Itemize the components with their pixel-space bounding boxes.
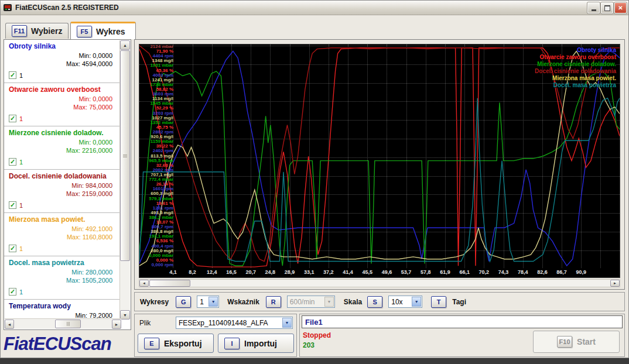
parameter-check-row: ✓1 xyxy=(9,201,23,209)
wykresy-key-badge: G xyxy=(176,296,191,308)
chart-hscrollbar[interactable]: ◄ ► xyxy=(139,279,620,287)
series-line-docel-masa-powietrza xyxy=(139,98,620,262)
tab-wykres[interactable]: F5 Wykres xyxy=(70,22,136,39)
parameter-vscrollbar[interactable]: ▲ ▼ xyxy=(119,40,130,320)
parameter-channel: 1 xyxy=(19,245,23,252)
app-window: FiatECUScan 2.5 REGISTERED ✕ F11 Wybierz… xyxy=(0,0,629,358)
title-bar: FiatECUScan 2.5 REGISTERED ✕ xyxy=(1,1,628,15)
thumb-grip xyxy=(67,322,70,326)
current-file-name: File1 xyxy=(305,318,323,327)
tagi-key-badge: T xyxy=(431,296,446,308)
tab-wybierz-label: Wybierz xyxy=(31,26,62,36)
import-key-badge: I xyxy=(224,338,240,349)
screen-edge xyxy=(0,358,629,364)
chevron-down-icon[interactable]: ▼ xyxy=(282,318,292,328)
parameter-min: Min: 0,0000 xyxy=(73,95,112,103)
restore-icon xyxy=(604,5,610,11)
parameter-hscrollbar[interactable]: ◄ ► xyxy=(5,318,121,329)
skala-select[interactable]: 10x ▼ xyxy=(388,296,422,308)
parameter-item: Temperatura wodyMin: 79,2000Max: 85,0000… xyxy=(4,300,121,320)
wskaznik-select: 600/min ▼ xyxy=(287,296,335,308)
parameter-min: Min: 0,0000 xyxy=(66,51,112,60)
chevron-down-icon[interactable]: ▼ xyxy=(208,297,218,307)
tab-wybierz-key-badge: F11 xyxy=(12,25,27,37)
parameter-item: Docel. masa powietrzaMin: 280,0000Max: 1… xyxy=(4,256,121,300)
parameter-checkbox[interactable]: ✓ xyxy=(9,115,16,122)
parameter-max: Max: 75,0000 xyxy=(73,103,112,111)
parameter-name: Mierzone cisnienie doladow. xyxy=(9,129,117,137)
parameter-item: Docel. cisnienie doladowaniaMin: 984,000… xyxy=(4,170,121,213)
chart-scroll-left-button[interactable]: ◄ xyxy=(139,280,149,287)
legend-entry: Obroty silnika xyxy=(535,47,616,54)
minimize-icon xyxy=(592,9,596,11)
minimize-button[interactable] xyxy=(587,2,600,13)
legend-entry: Otwarcie zaworu overboost xyxy=(535,54,616,61)
parameter-name: Docel. masa powietrza xyxy=(9,259,117,267)
chart-controls-bar: Wykresy G 1 ▼ Wskaźnik R 600/min ▼ Skala… xyxy=(134,292,625,311)
scroll-left-button[interactable]: ◄ xyxy=(5,320,14,329)
x-axis-label: 70,2 xyxy=(479,269,490,275)
legend-entry: Mierzone cisnienie doladow. xyxy=(535,61,616,68)
x-axis-label: 78,4 xyxy=(518,269,528,275)
x-axis-label: 41,4 xyxy=(343,269,353,275)
wykresy-select[interactable]: 1 ▼ xyxy=(197,296,219,308)
parameter-checkbox[interactable]: ✓ xyxy=(9,158,16,166)
x-axis-label: 4,1 xyxy=(169,269,177,275)
chart-plot: 2124 mbar71,90 %4404 rpm1348 mg/l1931 mb… xyxy=(139,44,620,268)
parameter-channel: 1 xyxy=(19,72,23,79)
wskaznik-key-badge: R xyxy=(266,296,281,308)
tab-wykres-label: Wykres xyxy=(96,27,125,36)
hscroll-thumb[interactable] xyxy=(55,320,81,328)
scroll-up-button[interactable]: ▲ xyxy=(120,40,130,50)
export-key-badge: E xyxy=(144,338,159,349)
x-axis-label: 8,2 xyxy=(189,269,196,275)
chart-hscroll-thumb[interactable] xyxy=(149,280,190,287)
parameter-item: Mierzona masa powiet.Min: 492,1000Max: 1… xyxy=(4,213,121,256)
restore-button[interactable] xyxy=(601,2,613,13)
parameter-checkbox[interactable]: ✓ xyxy=(9,245,16,252)
parameter-minmax: Min: 0,0000Max: 2216,0000 xyxy=(66,138,112,154)
wskaznik-select-value: 600/min xyxy=(290,298,315,306)
chart-scroll-right-button[interactable]: ► xyxy=(610,280,620,287)
parameter-minmax: Min: 0,0000Max: 4594,0000 xyxy=(66,51,112,68)
parameter-check-row: ✓1 xyxy=(9,115,23,122)
file-group: Plik FESExp_1104091448_ALFA ▼ E Eksportu… xyxy=(134,314,297,357)
parameter-min: Min: 492,1000 xyxy=(67,225,112,233)
start-button[interactable]: F10 Start xyxy=(533,331,620,353)
skala-key-badge: S xyxy=(367,296,382,308)
start-key-badge: F10 xyxy=(557,336,572,348)
vscroll-thumb[interactable] xyxy=(120,50,130,261)
plik-label: Plik xyxy=(139,319,151,327)
legend-entry: Docel. cisnienie doladowania xyxy=(535,68,616,75)
parameter-name: Temperatura wody xyxy=(9,302,117,310)
plik-select[interactable]: FESExp_1104091448_ALFA ▼ xyxy=(176,317,293,329)
parameter-min: Min: 280,0000 xyxy=(66,268,112,276)
scroll-down-button[interactable]: ▼ xyxy=(120,310,130,320)
export-button[interactable]: E Eksportuj xyxy=(138,334,214,353)
parameter-min: Min: 0,0000 xyxy=(66,138,112,146)
parameter-minmax: Min: 0,0000Max: 75,0000 xyxy=(73,95,112,111)
x-axis-label: 53,7 xyxy=(401,269,412,275)
wskaznik-label: Wskaźnik xyxy=(227,298,259,306)
skala-label: Skala xyxy=(344,298,362,306)
status-counter: 203 xyxy=(303,341,314,349)
parameter-checkbox[interactable]: ✓ xyxy=(9,71,16,79)
skala-select-value: 10x xyxy=(391,298,402,306)
tab-wybierz[interactable]: F11 Wybierz xyxy=(5,23,69,39)
legend-entry: Mierzona masa powiet. xyxy=(535,75,616,82)
chevron-down-icon[interactable]: ▼ xyxy=(412,297,421,307)
scroll-right-button[interactable]: ► xyxy=(112,320,121,329)
parameter-checkbox[interactable]: ✓ xyxy=(9,201,16,209)
parameter-max: Max: 4594,0000 xyxy=(66,60,112,68)
parameter-channel: 1 xyxy=(19,159,23,166)
x-axis-label: 12,4 xyxy=(207,269,217,275)
y-axis-label: 0,000 rpm xyxy=(139,263,173,267)
parameter-name: Otwarcie zaworu overboost xyxy=(9,85,117,94)
parameter-panel: Obroty silnikaMin: 0,0000Max: 4594,0000✓… xyxy=(4,39,131,330)
import-button[interactable]: I Importuj xyxy=(218,334,294,353)
close-button[interactable]: ✕ xyxy=(614,2,627,13)
wykresy-label: Wykresy xyxy=(140,298,169,306)
parameter-checkbox[interactable]: ✓ xyxy=(9,288,16,296)
parameter-channel: 1 xyxy=(19,289,23,296)
parameter-channel: 1 xyxy=(19,202,23,209)
